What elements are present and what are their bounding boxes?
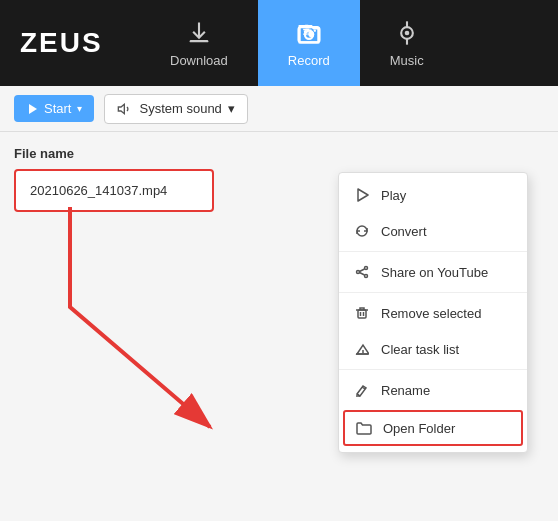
play-icon	[353, 186, 371, 204]
svg-point-17	[365, 275, 368, 278]
menu-item-share-youtube[interactable]: Share on YouTube	[339, 254, 527, 290]
nav-tabs: Download Record	[140, 0, 558, 86]
menu-clear-label: Clear task list	[381, 342, 459, 357]
main-content: File name 20210626_141037.mp4 Play	[0, 132, 558, 521]
play-triangle-icon	[26, 103, 38, 115]
rename-icon	[353, 381, 371, 399]
sound-label: System sound	[139, 101, 221, 116]
tab-record[interactable]: Record	[258, 0, 360, 86]
convert-icon	[353, 222, 371, 240]
menu-item-convert[interactable]: Convert	[339, 213, 527, 249]
svg-line-18	[360, 269, 365, 272]
clear-icon	[353, 340, 371, 358]
tab-music-label: Music	[390, 53, 424, 68]
trash-icon	[353, 304, 371, 322]
arrow-indicator	[10, 187, 270, 477]
share-youtube-icon	[353, 263, 371, 281]
menu-divider-1	[339, 251, 527, 252]
toolbar: Start ▾ System sound ▾	[0, 86, 558, 132]
menu-open-folder-label: Open Folder	[383, 421, 455, 436]
menu-item-play[interactable]: Play	[339, 177, 527, 213]
svg-rect-0	[190, 40, 209, 42]
speaker-icon	[117, 101, 133, 117]
menu-divider-3	[339, 369, 527, 370]
record-icon	[295, 19, 323, 47]
tab-download[interactable]: Download	[140, 0, 258, 86]
svg-marker-12	[119, 104, 125, 113]
menu-item-remove[interactable]: Remove selected	[339, 295, 527, 331]
menu-rename-label: Rename	[381, 383, 430, 398]
folder-icon	[355, 419, 373, 437]
file-name-header: File name	[14, 146, 544, 161]
file-item-name: 20210626_141037.mp4	[30, 183, 167, 198]
tab-record-label: Record	[288, 53, 330, 68]
header: ZEUS Download Record	[0, 0, 558, 86]
menu-share-label: Share on YouTube	[381, 265, 488, 280]
sound-button[interactable]: System sound ▾	[104, 94, 247, 124]
svg-rect-5	[304, 24, 309, 26]
music-icon	[393, 19, 421, 47]
svg-marker-14	[358, 189, 368, 201]
svg-marker-11	[29, 104, 37, 114]
tab-download-label: Download	[170, 53, 228, 68]
logo-area: ZEUS	[0, 0, 140, 86]
start-chevron-icon: ▾	[77, 103, 82, 114]
download-icon	[185, 19, 213, 47]
menu-item-clear[interactable]: Clear task list	[339, 331, 527, 367]
menu-divider-2	[339, 292, 527, 293]
start-label: Start	[44, 101, 71, 116]
tab-music[interactable]: Music	[360, 0, 454, 86]
svg-point-15	[365, 267, 368, 270]
file-item[interactable]: 20210626_141037.mp4	[14, 169, 214, 212]
context-menu: Play Convert	[338, 172, 528, 453]
svg-point-6	[313, 29, 315, 31]
menu-convert-label: Convert	[381, 224, 427, 239]
menu-item-open-folder[interactable]: Open Folder	[343, 410, 523, 446]
sound-chevron-icon: ▾	[228, 101, 235, 116]
svg-line-19	[360, 273, 365, 276]
start-button[interactable]: Start ▾	[14, 95, 94, 122]
svg-point-16	[357, 271, 360, 274]
menu-item-rename[interactable]: Rename	[339, 372, 527, 408]
menu-play-label: Play	[381, 188, 406, 203]
svg-rect-20	[358, 310, 366, 318]
svg-point-8	[404, 30, 409, 35]
menu-remove-label: Remove selected	[381, 306, 481, 321]
logo: ZEUS	[20, 27, 103, 59]
